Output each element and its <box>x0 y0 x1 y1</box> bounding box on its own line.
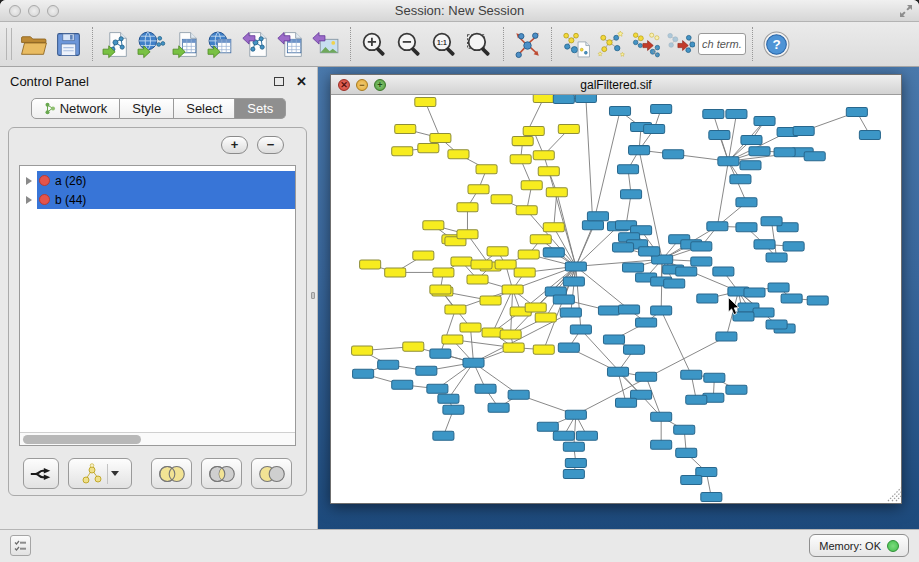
graph-node-blue[interactable] <box>703 110 724 119</box>
sets-list[interactable]: a (26) b (44) <box>19 165 296 446</box>
graph-node-yellow[interactable] <box>451 257 472 266</box>
graph-node-blue[interactable] <box>766 253 787 262</box>
set-row-a[interactable]: a (26) <box>20 171 295 190</box>
graph-node-blue[interactable] <box>416 366 437 375</box>
graph-node-blue[interactable] <box>353 369 374 378</box>
graph-node-yellow[interactable] <box>418 144 439 153</box>
import-network-file-button[interactable] <box>99 25 134 63</box>
graph-node-blue[interactable] <box>736 198 757 207</box>
graph-node-blue[interactable] <box>730 175 751 184</box>
graph-node-blue[interactable] <box>433 431 454 440</box>
graph-node-yellow[interactable] <box>495 260 516 269</box>
remove-set-button[interactable]: − <box>257 136 284 154</box>
export-image-button[interactable] <box>309 25 344 63</box>
tab-network[interactable]: Network <box>31 98 121 119</box>
graph-node-yellow[interactable] <box>403 342 424 351</box>
graph-node-blue[interactable] <box>741 136 762 145</box>
graph-node-blue[interactable] <box>744 288 765 297</box>
graph-node-blue[interactable] <box>761 217 782 226</box>
graph-node-blue[interactable] <box>639 247 660 256</box>
intersection-button[interactable] <box>201 458 242 489</box>
graph-node-blue[interactable] <box>681 370 702 379</box>
graph-node-yellow[interactable] <box>471 260 492 269</box>
graph-node-blue[interactable] <box>553 295 574 304</box>
task-history-button[interactable] <box>10 535 31 556</box>
graph-node-yellow[interactable] <box>514 268 535 277</box>
network-graph[interactable] <box>331 95 901 503</box>
graph-node-yellow[interactable] <box>430 285 451 294</box>
graph-node-yellow[interactable] <box>543 223 564 232</box>
graph-node-yellow[interactable] <box>487 247 508 256</box>
graph-node-blue[interactable] <box>636 372 657 381</box>
graph-node-blue[interactable] <box>563 277 584 286</box>
diff-extract-button[interactable] <box>663 25 698 63</box>
export-network-button[interactable] <box>239 25 274 63</box>
toolbar-drag-handle[interactable] <box>6 28 12 60</box>
import-table-file-button[interactable] <box>169 25 204 63</box>
graph-node-blue[interactable] <box>582 221 603 230</box>
splitter-handle[interactable] <box>311 292 315 299</box>
graph-node-yellow[interactable] <box>525 303 546 312</box>
graph-node-yellow[interactable] <box>468 185 489 194</box>
graph-node-blue[interactable] <box>392 380 413 389</box>
graph-node-blue[interactable] <box>543 248 564 257</box>
import-network-url-button[interactable] <box>134 25 169 63</box>
graph-node-yellow[interactable] <box>500 330 521 339</box>
graph-node-yellow[interactable] <box>433 268 454 277</box>
graph-node-yellow[interactable] <box>521 181 542 190</box>
graph-node-yellow[interactable] <box>518 250 539 259</box>
graph-node-blue[interactable] <box>587 212 608 221</box>
graph-node-blue[interactable] <box>488 403 509 412</box>
expand-handle[interactable] <box>20 190 37 209</box>
graph-node-blue[interactable] <box>618 165 639 174</box>
graph-node-blue[interactable] <box>651 306 672 315</box>
graph-node-blue[interactable] <box>463 358 484 367</box>
graph-node-blue[interactable] <box>636 318 657 327</box>
graph-node-blue[interactable] <box>846 108 867 117</box>
graph-node-yellow[interactable] <box>352 346 373 355</box>
horizontal-scrollbar[interactable] <box>20 432 295 445</box>
graph-node-blue[interactable] <box>427 384 448 393</box>
zoom-in-button[interactable] <box>357 25 392 63</box>
graph-node-blue[interactable] <box>807 296 828 305</box>
graph-node-blue[interactable] <box>754 117 775 126</box>
graph-node-blue[interactable] <box>774 148 795 157</box>
tab-sets[interactable]: Sets <box>235 98 286 119</box>
graph-node-blue[interactable] <box>475 384 496 393</box>
graph-node-blue[interactable] <box>565 458 586 467</box>
graph-node-blue[interactable] <box>726 110 747 119</box>
network-frame-titlebar[interactable]: ✕ − + galFiltered.sif <box>331 75 901 95</box>
fullscreen-icon[interactable] <box>899 4 913 18</box>
save-button[interactable] <box>51 25 86 63</box>
open-button[interactable] <box>16 25 51 63</box>
graph-node-blue[interactable] <box>676 448 697 457</box>
help-button[interactable]: ? <box>759 25 794 63</box>
graph-node-blue[interactable] <box>629 146 650 155</box>
graph-node-yellow[interactable] <box>413 251 434 260</box>
export-table-button[interactable] <box>274 25 309 63</box>
graph-node-yellow[interactable] <box>460 323 481 332</box>
graph-node-yellow[interactable] <box>395 125 416 134</box>
create-set-menu-button[interactable] <box>68 458 132 489</box>
graph-node-blue[interactable] <box>766 320 787 329</box>
graph-node-yellow[interactable] <box>360 260 381 269</box>
zoom-actual-button[interactable]: 1:1 <box>427 25 462 63</box>
graph-node-yellow[interactable] <box>510 155 531 164</box>
graph-node-blue[interactable] <box>718 157 739 166</box>
graph-node-blue[interactable] <box>651 440 672 449</box>
graph-node-blue[interactable] <box>565 262 586 271</box>
graph-node-blue[interactable] <box>663 150 684 159</box>
difference-button[interactable] <box>251 458 292 489</box>
graph-node-blue[interactable] <box>664 279 685 288</box>
graph-node-blue[interactable] <box>563 442 584 451</box>
graph-node-blue[interactable] <box>508 390 529 399</box>
graph-node-blue[interactable] <box>553 431 574 440</box>
graph-node-blue[interactable] <box>563 469 584 478</box>
graph-node-blue[interactable] <box>754 240 775 249</box>
close-panel-icon[interactable]: ✕ <box>296 75 307 88</box>
graph-node-yellow[interactable] <box>502 285 523 294</box>
import-table-url-button[interactable] <box>204 25 239 63</box>
network-frame[interactable]: ✕ − + galFiltered.sif <box>330 74 902 504</box>
graph-node-yellow[interactable] <box>533 345 554 354</box>
graph-node-blue[interactable] <box>619 305 640 314</box>
